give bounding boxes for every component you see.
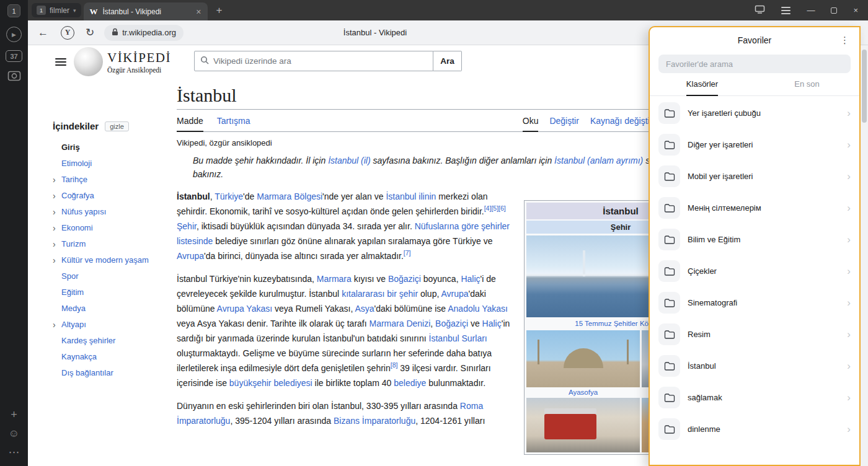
toc-item-egitim[interactable]: Eğitim bbox=[53, 284, 177, 301]
more-options-icon[interactable]: ⋯ bbox=[9, 447, 20, 458]
wiki-link[interactable]: büyükşehir belediyesi bbox=[229, 378, 312, 388]
wiki-link[interactable]: Marmara bbox=[317, 274, 352, 284]
tab-degistir[interactable]: Değiştir bbox=[549, 116, 578, 126]
wiki-link[interactable]: Avrupa bbox=[441, 289, 468, 299]
add-panel-icon[interactable]: + bbox=[11, 409, 17, 420]
toc-item-kultur[interactable]: ›Kültür ve modern yaşam bbox=[53, 252, 177, 268]
wiki-link[interactable]: belediye bbox=[394, 378, 426, 388]
wiki-link[interactable]: Marmara Denizi bbox=[370, 319, 431, 328]
expand-icon[interactable]: › bbox=[53, 204, 56, 220]
infobox-image-ayasofya[interactable] bbox=[526, 330, 640, 387]
expand-icon[interactable]: › bbox=[53, 172, 56, 188]
new-tab-button[interactable]: + bbox=[216, 4, 223, 17]
wiki-link[interactable]: Şehir bbox=[177, 221, 197, 231]
toc-item-medya[interactable]: Medya bbox=[53, 301, 177, 317]
folder-row[interactable]: Çiçekler › bbox=[650, 255, 859, 287]
wiki-search-box[interactable] bbox=[194, 51, 433, 71]
tab-en-son[interactable]: En son bbox=[755, 79, 859, 95]
wiki-search-button[interactable]: Ara bbox=[433, 51, 462, 71]
tab-istanbul-vikipedi[interactable]: W İstanbul - Vikipedi × bbox=[84, 2, 208, 20]
wiki-link[interactable]: İstanbul Surları bbox=[429, 333, 487, 343]
folder-row[interactable]: Bilim ve Eğitim › bbox=[650, 224, 859, 255]
tab-tartisma[interactable]: Tartışma bbox=[217, 116, 250, 126]
toc-item-nufus[interactable]: ›Nüfus yapısı bbox=[53, 204, 177, 220]
chevron-right-icon: › bbox=[847, 202, 851, 214]
reference-link[interactable]: [4][5][6] bbox=[484, 204, 506, 212]
wiki-link[interactable]: Asya bbox=[355, 304, 374, 314]
toc-item-kaynakca[interactable]: Kaynakça bbox=[53, 349, 177, 365]
text-segment: 'da birinci, dünyada ise altıncı sırada … bbox=[204, 251, 404, 261]
wiki-link[interactable]: Haliç bbox=[461, 274, 480, 284]
reference-link[interactable]: [7] bbox=[404, 249, 411, 257]
feedback-smiley-icon[interactable]: ☺ bbox=[9, 428, 19, 439]
wiki-link[interactable]: Avrupa Yakası bbox=[217, 304, 273, 314]
toc-item-kardes[interactable]: Kardeş şehirler bbox=[53, 333, 177, 349]
tab-stack-badge[interactable]: 1 bbox=[7, 4, 20, 17]
folder-row[interactable]: sağlamak › bbox=[650, 382, 859, 413]
infobox-caption-ayasofya[interactable]: Ayasofya bbox=[526, 389, 640, 396]
expand-icon[interactable]: › bbox=[53, 220, 56, 236]
folder-row[interactable]: Yer işaretleri çubuğu › bbox=[650, 97, 859, 129]
expand-icon[interactable]: › bbox=[53, 317, 56, 333]
toc-item-etimoloji[interactable]: Etimoloji bbox=[53, 156, 177, 172]
folder-row[interactable]: Sinematografi › bbox=[650, 287, 859, 319]
page-scrollbar[interactable] bbox=[861, 45, 868, 466]
folder-row[interactable]: Resim › bbox=[650, 319, 859, 350]
wiki-link[interactable]: İstanbul (il) bbox=[328, 156, 370, 165]
tab-oku[interactable]: Oku bbox=[523, 116, 539, 126]
wiki-link[interactable]: İstanbul ilinin bbox=[386, 191, 436, 201]
wiki-search-input[interactable] bbox=[213, 56, 427, 66]
minimize-window-button[interactable]: — bbox=[807, 6, 815, 14]
tab-madde[interactable]: Madde bbox=[177, 116, 203, 126]
wiki-link[interactable]: Bizans İmparatorluğu bbox=[334, 416, 415, 426]
browser-menu-icon[interactable] bbox=[781, 7, 790, 14]
tab-kaynagi-degistir[interactable]: Kaynağı değiştir bbox=[590, 116, 652, 126]
folder-row[interactable]: Diğer yer işaretleri › bbox=[650, 129, 859, 160]
wikipedia-wordmark[interactable]: VİKİPEDİ Özgür Ansiklopedi bbox=[107, 50, 171, 74]
tab-group-filmler[interactable]: 1 filmler ▾ bbox=[32, 3, 81, 17]
expand-icon[interactable]: › bbox=[53, 188, 56, 204]
kebab-menu-icon[interactable]: ⋮ bbox=[840, 35, 849, 46]
expand-icon[interactable]: › bbox=[53, 252, 56, 268]
wiki-link[interactable]: Marmara Bölgesi bbox=[257, 191, 322, 201]
expand-icon[interactable]: › bbox=[53, 236, 56, 252]
tab-klasorler[interactable]: Klasörler bbox=[650, 79, 755, 95]
toc-item-giris[interactable]: Giriş bbox=[53, 139, 177, 156]
toc-item-dis-baglantilar[interactable]: Dış bağlantılar bbox=[53, 365, 177, 381]
chevron-right-icon: › bbox=[847, 423, 851, 436]
toc-item-ekonomi[interactable]: ›Ekonomi bbox=[53, 220, 177, 236]
wiki-link[interactable]: Haliç bbox=[482, 319, 502, 328]
wiki-link[interactable]: kıtalararası bir şehir bbox=[342, 289, 418, 299]
wikipedia-logo[interactable] bbox=[74, 47, 103, 76]
close-tab-icon[interactable]: × bbox=[196, 7, 201, 17]
scrollbar-thumb[interactable] bbox=[862, 50, 867, 123]
favorites-search-input[interactable] bbox=[658, 55, 851, 73]
wiki-link[interactable]: Türkiye bbox=[215, 191, 243, 201]
toc-item-turizm[interactable]: ›Turizm bbox=[53, 236, 177, 252]
reference-link[interactable]: [8] bbox=[391, 361, 398, 369]
screenshot-icon[interactable] bbox=[7, 69, 21, 84]
wiki-link[interactable]: Avrupa bbox=[177, 251, 204, 261]
wiki-link[interactable]: İstanbul (anlam ayrımı) bbox=[554, 156, 643, 165]
folder-row[interactable]: dinlenme › bbox=[650, 413, 859, 445]
devices-icon[interactable] bbox=[755, 5, 765, 16]
toc-item-spor[interactable]: Spor bbox=[53, 268, 177, 284]
wiki-link[interactable]: Boğaziçi bbox=[435, 319, 468, 328]
folder-row[interactable]: İstanbul › bbox=[650, 350, 859, 382]
folder-row[interactable]: Менің сілтемелерім › bbox=[650, 192, 859, 224]
play-icon[interactable]: ▶ bbox=[6, 27, 22, 42]
infobox-image-tram[interactable] bbox=[526, 398, 640, 452]
tram-body-shape bbox=[544, 414, 596, 439]
toc-item-cografya[interactable]: ›Coğrafya bbox=[53, 188, 177, 204]
wiki-menu-icon[interactable] bbox=[55, 58, 66, 66]
maximize-window-button[interactable] bbox=[831, 7, 837, 14]
toc-item-tarihce[interactable]: ›Tarihçe bbox=[53, 172, 177, 188]
wiki-link[interactable]: Boğaziçi bbox=[388, 274, 421, 284]
toc-hide-button[interactable]: gizle bbox=[105, 121, 129, 131]
close-window-button[interactable]: × bbox=[853, 6, 858, 14]
article-title: İstanbul bbox=[177, 85, 710, 110]
folder-row[interactable]: Mobil yer işaretleri › bbox=[650, 160, 859, 192]
toc-item-altyapi[interactable]: ›Altyapı bbox=[53, 317, 177, 333]
wiki-link[interactable]: Anadolu Yakası bbox=[448, 304, 508, 314]
counter-badge[interactable]: 37 bbox=[6, 50, 22, 62]
